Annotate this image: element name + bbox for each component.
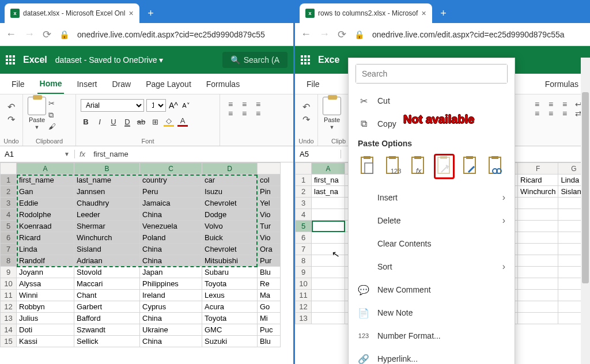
cell[interactable]: Ora (258, 244, 281, 255)
align-mid-icon[interactable]: ≡ (239, 100, 250, 108)
cell[interactable]: China (140, 209, 202, 221)
context-search[interactable] (355, 64, 508, 84)
cell[interactable]: Winni (17, 290, 74, 301)
tab-file[interactable]: File (9, 75, 27, 93)
cell[interactable]: GMC (202, 324, 258, 336)
paste-transpose-icon[interactable] (434, 154, 455, 179)
cell[interactable] (518, 232, 558, 244)
cell[interactable]: Re (258, 278, 281, 290)
name-box[interactable]: A1▼ (0, 150, 75, 158)
cell[interactable]: Lexus (202, 290, 258, 301)
cell[interactable] (518, 255, 558, 267)
tab-insert[interactable]: Insert (74, 75, 99, 93)
app-launcher-icon[interactable] (301, 55, 310, 65)
cell[interactable]: Isuzu (202, 186, 258, 198)
ctx-sort[interactable]: Sort› (349, 255, 515, 278)
formula-input[interactable]: first_name (90, 150, 132, 158)
cell[interactable]: Go (258, 301, 281, 313)
app-launcher-icon[interactable] (6, 55, 15, 65)
cell[interactable]: Pin (258, 186, 281, 198)
cell[interactable]: Winchurch (518, 186, 558, 198)
align-mid-icon[interactable]: ≡ (545, 100, 557, 108)
cell[interactable]: Chant (74, 290, 140, 301)
cell[interactable]: Maccari (74, 278, 140, 290)
cell[interactable] (312, 232, 345, 244)
align-bot-icon[interactable]: ≡ (559, 100, 570, 108)
paste-values-icon[interactable]: 123 (383, 154, 403, 179)
align-top-icon[interactable]: ≡ (531, 100, 543, 108)
ctx-cut[interactable]: ✂Cut (349, 89, 515, 112)
cell[interactable]: Chevrolet (202, 198, 258, 209)
cell[interactable]: Sellick (74, 336, 140, 347)
cell[interactable] (312, 198, 345, 209)
align-right-icon[interactable]: ≡ (559, 109, 570, 117)
ctx-clear[interactable]: Clear Contents (349, 232, 515, 255)
cell[interactable]: Ma (258, 290, 281, 301)
cell[interactable]: Robbyn (17, 301, 74, 313)
tab-formulas[interactable]: Formulas (204, 75, 242, 93)
italic-button[interactable]: I (94, 117, 105, 126)
cell[interactable]: Shermar (74, 221, 140, 232)
spreadsheet-grid[interactable]: ABCD1first_namelast_namecountrycarcol2Ga… (0, 162, 293, 364)
cell[interactable] (312, 313, 345, 324)
cell[interactable]: Volvo (202, 221, 258, 232)
cell[interactable]: Ireland (140, 290, 202, 301)
cell[interactable]: Subaru (202, 267, 258, 278)
cell[interactable] (312, 290, 345, 301)
cell[interactable]: Julius (17, 313, 74, 324)
cell[interactable]: country (140, 175, 202, 186)
paste-button[interactable]: Paste ▼ (323, 97, 341, 130)
cell[interactable]: China (140, 244, 202, 255)
ctx-new-comment[interactable]: 💬New Comment (349, 278, 515, 301)
cell[interactable] (312, 267, 345, 278)
cell[interactable]: Alyssa (17, 278, 74, 290)
font-size-select[interactable]: 11 (146, 99, 166, 112)
cell[interactable]: Szwandt (74, 324, 140, 336)
forward-icon[interactable]: → (24, 28, 35, 40)
ctx-number-format[interactable]: 123Number Format... (349, 324, 515, 347)
cell[interactable] (312, 209, 345, 221)
cell[interactable]: Vio (258, 232, 281, 244)
tab-home[interactable]: Home (37, 74, 65, 94)
cell[interactable] (518, 267, 558, 278)
double-underline-button[interactable]: D (122, 117, 133, 126)
reload-icon[interactable]: ⟳ (43, 28, 51, 41)
cell[interactable]: Gan (17, 186, 74, 198)
cell[interactable]: first_na (312, 175, 345, 186)
cell[interactable]: Leeder (74, 209, 140, 221)
ctx-hyperlink[interactable]: 🔗Hyperlink... (349, 347, 515, 364)
ctx-delete[interactable]: Delete› (349, 209, 515, 232)
cell[interactable]: Jamaica (140, 198, 202, 209)
tab-page-layout[interactable]: Page Layout (143, 75, 194, 93)
cell[interactable]: Toyota (202, 313, 258, 324)
cell[interactable] (518, 209, 558, 221)
align-right-icon[interactable]: ≡ (252, 109, 264, 117)
cell[interactable]: Toyota (202, 278, 258, 290)
browser-tab[interactable]: x rows to columns2.xlsx - Microsof × (300, 3, 432, 23)
cell[interactable]: Vio (258, 209, 281, 221)
cell[interactable]: Doti (17, 324, 74, 336)
cell[interactable]: Poland (140, 232, 202, 244)
cell[interactable] (312, 278, 345, 290)
cell[interactable]: Ricard (518, 175, 558, 186)
cell[interactable]: Winchurch (74, 232, 140, 244)
cell[interactable]: Blu (258, 267, 281, 278)
cell[interactable]: Randolf (17, 255, 74, 267)
cell[interactable]: Linda (17, 244, 74, 255)
tab-formulas[interactable]: Formulas (543, 75, 581, 93)
cell[interactable]: Yel (258, 198, 281, 209)
cell[interactable]: Chevrolet (202, 244, 258, 255)
align-left-icon[interactable]: ≡ (531, 109, 543, 117)
bold-button[interactable]: B (81, 117, 91, 126)
cell[interactable]: Ukraine (140, 324, 202, 336)
name-box[interactable]: A5 (295, 150, 341, 158)
underline-button[interactable]: U (108, 117, 119, 126)
cell[interactable] (518, 278, 558, 290)
tab-file[interactable]: File (304, 75, 322, 93)
cell[interactable] (312, 221, 345, 232)
url-text[interactable]: onedrive.live.com/edit.aspx?cid=ec25d999… (77, 30, 288, 39)
redo-icon[interactable]: ↷ (300, 114, 312, 124)
paste-formulas-icon[interactable]: fx (409, 154, 428, 179)
cell[interactable]: Buick (202, 232, 258, 244)
cell[interactable]: car (202, 175, 258, 186)
